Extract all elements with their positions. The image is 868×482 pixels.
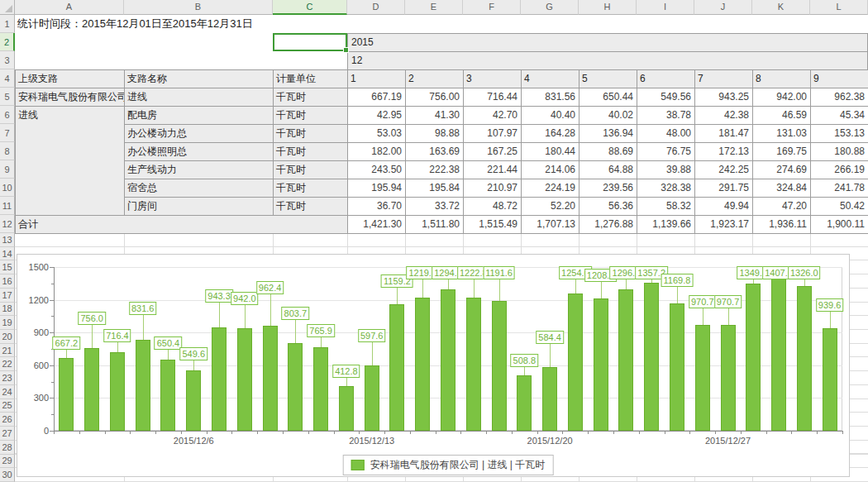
- cell-L6[interactable]: 45.34: [811, 107, 868, 125]
- x-axis-tick[interactable]: [766, 432, 767, 434]
- row-header-28[interactable]: 28: [0, 441, 15, 455]
- data-label-leader[interactable]: [245, 305, 246, 328]
- x-axis-tick[interactable]: [155, 432, 156, 434]
- data-label-leader[interactable]: [346, 378, 347, 386]
- cell-J4[interactable]: 7: [695, 70, 753, 88]
- cell-C4[interactable]: 计量单位: [274, 70, 348, 88]
- cell-A4[interactable]: 上级支路: [16, 70, 125, 88]
- x-axis-tick[interactable]: [334, 432, 335, 434]
- data-label-leader[interactable]: [143, 315, 144, 340]
- cell-E5[interactable]: 756.00: [406, 88, 464, 107]
- cell-B4[interactable]: 支路名称: [125, 70, 274, 88]
- bar-day-21[interactable]: [568, 293, 583, 431]
- row-header-26[interactable]: 26: [0, 413, 15, 427]
- data-label-leader[interactable]: [677, 287, 678, 303]
- bar-day-22[interactable]: [594, 298, 608, 431]
- cell-E8[interactable]: 163.69: [406, 143, 464, 161]
- data-label-leader[interactable]: [601, 282, 602, 298]
- cell-E7[interactable]: 98.88: [406, 125, 464, 143]
- cell-B10[interactable]: 宿舍总: [125, 179, 274, 198]
- row-header-4[interactable]: 4: [0, 69, 15, 88]
- cell-I11[interactable]: 58.32: [637, 198, 695, 216]
- cell-E11[interactable]: 33.72: [406, 198, 464, 216]
- cell-L4[interactable]: 9: [811, 70, 868, 88]
- data-label-leader[interactable]: [550, 344, 551, 367]
- row-header-15[interactable]: 15: [0, 260, 15, 274]
- data-label-day-8[interactable]: 942.0: [231, 292, 259, 305]
- data-label-leader[interactable]: [193, 360, 194, 370]
- data-label-day-3[interactable]: 716.4: [103, 329, 131, 342]
- data-label-day-2[interactable]: 756.0: [78, 312, 106, 325]
- x-axis-tick[interactable]: [181, 432, 182, 434]
- row-header-11[interactable]: 11: [0, 197, 15, 215]
- row-header-6[interactable]: 6: [0, 106, 15, 124]
- cell-H7[interactable]: 136.94: [579, 125, 637, 143]
- cell-E10[interactable]: 195.84: [406, 179, 464, 198]
- bar-day-5[interactable]: [160, 360, 175, 431]
- column-header-F[interactable]: F: [463, 0, 521, 15]
- cell-F8[interactable]: 167.25: [464, 143, 522, 161]
- cell-B9[interactable]: 生产线动力: [125, 161, 274, 179]
- x-axis-tick[interactable]: [562, 432, 563, 434]
- data-label-leader[interactable]: [499, 279, 500, 301]
- data-label-leader[interactable]: [626, 279, 627, 289]
- data-label-day-19[interactable]: 508.8: [511, 354, 539, 367]
- x-axis-tick[interactable]: [384, 432, 385, 434]
- row-header-5[interactable]: 5: [0, 88, 15, 106]
- cell-I9[interactable]: 39.88: [637, 161, 695, 179]
- data-label-day-6[interactable]: 549.6: [179, 347, 207, 360]
- bar-day-20[interactable]: [542, 367, 557, 431]
- cell-K7[interactable]: 131.03: [753, 125, 811, 143]
- cell-L7[interactable]: 153.13: [811, 125, 868, 143]
- data-label-day-26[interactable]: 970.7: [689, 295, 717, 308]
- cell-J8[interactable]: 172.13: [695, 143, 753, 161]
- row-header-20[interactable]: 20: [0, 330, 15, 344]
- cell-J11[interactable]: 49.94: [695, 198, 753, 216]
- row-header-12[interactable]: 12: [0, 215, 15, 233]
- select-all-corner[interactable]: [0, 0, 15, 15]
- cell-C5[interactable]: 千瓦时: [274, 88, 348, 107]
- x-axis-label-2015-12-27[interactable]: 2015/12/27: [705, 436, 751, 446]
- y-axis-label-1200[interactable]: 1200: [17, 295, 49, 305]
- column-header-H[interactable]: H: [579, 0, 637, 15]
- bar-day-25[interactable]: [670, 303, 684, 431]
- cell-J9[interactable]: 242.25: [695, 161, 753, 179]
- data-label-leader[interactable]: [753, 279, 754, 284]
- bar-day-1[interactable]: [59, 358, 74, 431]
- x-axis-tick[interactable]: [257, 432, 258, 434]
- row-header-18[interactable]: 18: [0, 303, 15, 317]
- cell-D7[interactable]: 53.03: [348, 125, 406, 143]
- column-header-J[interactable]: J: [694, 0, 752, 15]
- data-label-leader[interactable]: [422, 279, 423, 298]
- row-header-27[interactable]: 27: [0, 427, 15, 441]
- cell-total-J12[interactable]: 1,923.17: [695, 216, 753, 234]
- cell-I4[interactable]: 6: [637, 70, 695, 88]
- data-label-leader[interactable]: [66, 350, 67, 358]
- data-label-leader[interactable]: [270, 294, 271, 326]
- bar-day-19[interactable]: [517, 375, 532, 431]
- cell-F9[interactable]: 221.44: [464, 161, 522, 179]
- cell-G10[interactable]: 224.19: [522, 179, 579, 198]
- cell-G11[interactable]: 52.20: [522, 198, 579, 216]
- bar-day-27[interactable]: [721, 325, 736, 431]
- data-label-leader[interactable]: [321, 337, 322, 347]
- row-header-19[interactable]: 19: [0, 316, 15, 330]
- x-axis-tick[interactable]: [512, 432, 513, 434]
- cell-C10[interactable]: 千瓦时: [274, 179, 348, 198]
- data-label-day-1[interactable]: 667.2: [53, 336, 81, 350]
- column-header-L[interactable]: L: [810, 0, 868, 15]
- x-axis-tick[interactable]: [105, 432, 106, 434]
- data-label-day-11[interactable]: 765.9: [307, 324, 335, 337]
- cell-D11[interactable]: 36.70: [348, 198, 406, 216]
- data-label-day-20[interactable]: 584.4: [536, 331, 564, 344]
- row-header-10[interactable]: 10: [0, 179, 15, 197]
- row-header-14[interactable]: 14: [0, 247, 15, 261]
- cell-I5[interactable]: 549.56: [637, 88, 695, 107]
- data-label-leader[interactable]: [295, 320, 296, 343]
- x-axis-tick[interactable]: [741, 432, 742, 434]
- row-header-8[interactable]: 8: [0, 142, 15, 160]
- cell-G9[interactable]: 214.06: [522, 161, 579, 179]
- cell-G8[interactable]: 180.44: [522, 143, 579, 161]
- row-header-22[interactable]: 22: [0, 357, 15, 371]
- cell-G7[interactable]: 164.28: [522, 125, 579, 143]
